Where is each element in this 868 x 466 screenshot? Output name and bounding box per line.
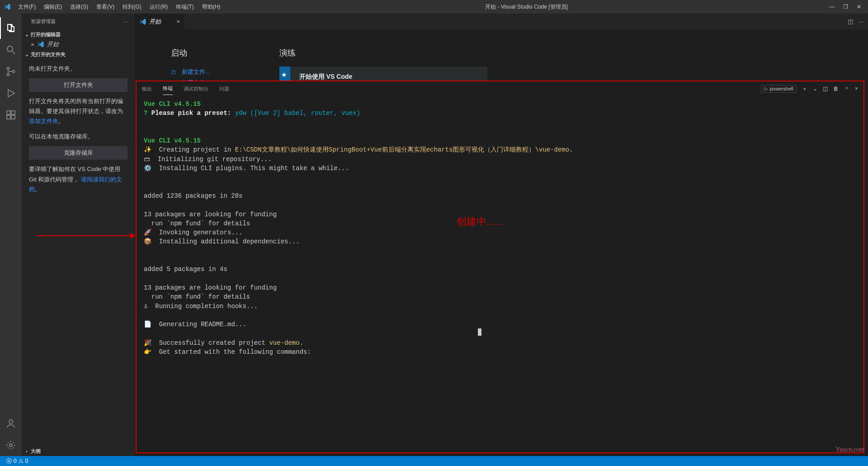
maximize-icon[interactable]: ❐	[843, 4, 848, 10]
error-count: 0	[14, 458, 17, 464]
panel-tabs: 输出 终端 调试控制台 问题 ▷ powershell ＋ ⌄ ◫ 🗑 ＾ ×	[137, 81, 863, 96]
menu-file[interactable]: 文件(F)	[14, 1, 39, 13]
close-icon[interactable]: ✕	[856, 4, 862, 10]
terminal-output[interactable]: Vue CLI v4.5.15 ? Please pick a preset: …	[137, 96, 863, 452]
menu-terminal[interactable]: 终端(T)	[172, 1, 197, 13]
section-label: 打开的编辑器	[31, 31, 61, 38]
section-outline[interactable]: › 大纲	[22, 446, 135, 456]
vscode-logo-icon	[4, 3, 11, 10]
t-line: 13 packages are looking for funding	[144, 284, 277, 291]
window-controls: — ❐ ✕	[829, 4, 864, 10]
open-folder-button[interactable]: 打开文件夹	[29, 78, 127, 92]
split-terminal-icon[interactable]: ◫	[823, 86, 828, 92]
t-line: Vue CLI v4.5.15	[144, 137, 201, 144]
t-line: run `npm fund` for details	[144, 293, 250, 300]
t-line: 🗃 Initializing git repository...	[144, 156, 272, 163]
menu-go[interactable]: 转到(G)	[119, 1, 145, 13]
annotation-creating: 创建中......	[457, 214, 503, 229]
close-panel-icon[interactable]: ×	[855, 86, 858, 92]
learn-message: 要详细了解如何在 VS Code 中使用 Git 和源代码管理， 请阅读我们的文…	[29, 164, 127, 194]
t-line: ✨	[144, 146, 151, 153]
tab-label: 开始	[149, 18, 161, 26]
sidebar-title: 资源管理器	[31, 18, 56, 25]
terminal-selector-label: powershell	[769, 86, 793, 91]
activity-bar	[0, 14, 22, 456]
section-open-editors[interactable]: ⌄ 打开的编辑器	[22, 29, 135, 39]
annotation-arrow	[36, 235, 135, 236]
sidebar-body: 尚未打开文件夹。 打开文件夹 打开文件夹将关闭所有当前打开的编辑器。要使其保持打…	[22, 59, 135, 199]
status-errors[interactable]: ⓧ0 ⚠0	[4, 457, 31, 465]
svg-line-1	[12, 51, 15, 54]
activity-extensions-icon[interactable]	[0, 104, 22, 126]
t-line: Creating project in	[151, 146, 235, 153]
t-line: .	[569, 146, 573, 153]
t-line: vue-demo	[269, 339, 299, 347]
t-line: added 1236 packages in 28s	[144, 192, 242, 200]
open-editor-label: 开始	[47, 40, 59, 48]
open-folder-warning: 打开文件夹将关闭所有当前打开的编辑器。要使其保持打开状态，请改为 添加文件夹。	[29, 96, 127, 126]
activity-search-icon[interactable]	[0, 39, 22, 61]
maximize-panel-icon[interactable]: ＾	[844, 85, 849, 93]
svg-rect-5	[7, 111, 10, 114]
menu-help[interactable]: 帮助(H)	[198, 1, 224, 13]
no-folder-message: 尚未打开文件夹。	[29, 64, 127, 74]
activity-run-debug-icon[interactable]	[0, 82, 22, 104]
kill-terminal-icon[interactable]: 🗑	[833, 86, 839, 92]
activity-source-control-icon[interactable]	[0, 61, 22, 82]
svg-point-0	[7, 46, 13, 52]
t-line: 🚀 Invoking generators...	[144, 229, 243, 236]
watermark: Yuucn.com	[836, 446, 864, 453]
svg-point-3	[7, 74, 9, 76]
new-terminal-icon[interactable]: ＋	[802, 85, 807, 93]
menu-bar: 文件(F) 编辑(E) 选择(S) 查看(V) 转到(G) 运行(R) 终端(T…	[14, 1, 224, 13]
terminal-selector[interactable]: ▷ powershell	[761, 85, 797, 93]
chevron-down-icon: ⌄	[24, 52, 30, 57]
terminal-cursor	[478, 328, 481, 336]
t-line: added 5 packages in 4s	[144, 266, 227, 273]
panel-tab-output[interactable]: 输出	[142, 83, 152, 95]
warning-icon: ⚠	[19, 458, 24, 464]
more-actions-icon[interactable]: ···	[859, 18, 863, 25]
svg-point-4	[13, 71, 15, 73]
menu-selection[interactable]: 选择(S)	[66, 1, 92, 13]
panel-terminal: 输出 终端 调试控制台 问题 ▷ powershell ＋ ⌄ ◫ 🗑 ＾ × …	[136, 81, 864, 453]
t-line: ([Vue 2] babel, router, vuex)	[246, 109, 360, 117]
panel-tab-terminal[interactable]: 终端	[163, 82, 173, 95]
add-folder-link[interactable]: 添加文件夹	[29, 118, 58, 124]
close-tab-icon[interactable]: ×	[176, 18, 180, 25]
error-icon: ⓧ	[6, 457, 12, 465]
new-file-link[interactable]: 🗋新建文件...	[171, 67, 216, 77]
t-line: run `npm fund` for details	[144, 220, 250, 227]
t-line: Successfully created project	[151, 339, 269, 347]
section-no-folder[interactable]: ⌄ 无打开的文件夹	[22, 49, 135, 59]
menu-edit[interactable]: 编辑(E)	[40, 1, 66, 13]
activity-explorer-icon[interactable]	[0, 17, 22, 39]
new-file-label: 新建文件...	[182, 68, 210, 76]
panel-actions: ▷ powershell ＋ ⌄ ◫ 🗑 ＾ ×	[761, 85, 858, 93]
open-editor-item[interactable]: × 开始	[22, 39, 135, 49]
terminal-dropdown-icon[interactable]: ⌄	[813, 86, 817, 92]
activity-account-icon[interactable]	[0, 413, 22, 434]
split-editor-icon[interactable]: ◫	[848, 18, 853, 25]
vscode-tab-icon	[139, 18, 146, 25]
clone-repo-button[interactable]: 克隆存储库	[29, 146, 127, 160]
t-line: 📦 Installing additional dependencies...	[144, 238, 300, 245]
menu-view[interactable]: 查看(V)	[93, 1, 118, 13]
warning-count: 0	[25, 458, 28, 464]
menu-run[interactable]: 运行(R)	[146, 1, 172, 13]
svg-rect-8	[11, 111, 15, 114]
panel-tab-problems[interactable]: 问题	[219, 83, 229, 95]
more-icon[interactable]: ···	[123, 19, 127, 24]
titlebar: 文件(F) 编辑(E) 选择(S) 查看(V) 转到(G) 运行(R) 终端(T…	[0, 0, 868, 14]
panel-tab-debug-console[interactable]: 调试控制台	[184, 83, 208, 95]
svg-point-2	[7, 67, 9, 70]
close-editor-icon[interactable]: ×	[31, 41, 34, 48]
sidebar-explorer: 资源管理器 ··· ⌄ 打开的编辑器 × 开始 ⌄ 无打开的文件夹 尚未打开文件…	[22, 14, 135, 456]
t-line: Please pick a preset:	[147, 109, 231, 117]
tab-welcome[interactable]: 开始 ×	[135, 14, 184, 29]
minimize-icon[interactable]: —	[829, 4, 835, 10]
activity-settings-icon[interactable]	[0, 434, 22, 456]
t-line: 👉 Get started with the following command…	[144, 348, 311, 356]
window-title: 开始 - Visual Studio Code [管理员]	[224, 3, 829, 11]
svg-point-9	[9, 420, 13, 423]
